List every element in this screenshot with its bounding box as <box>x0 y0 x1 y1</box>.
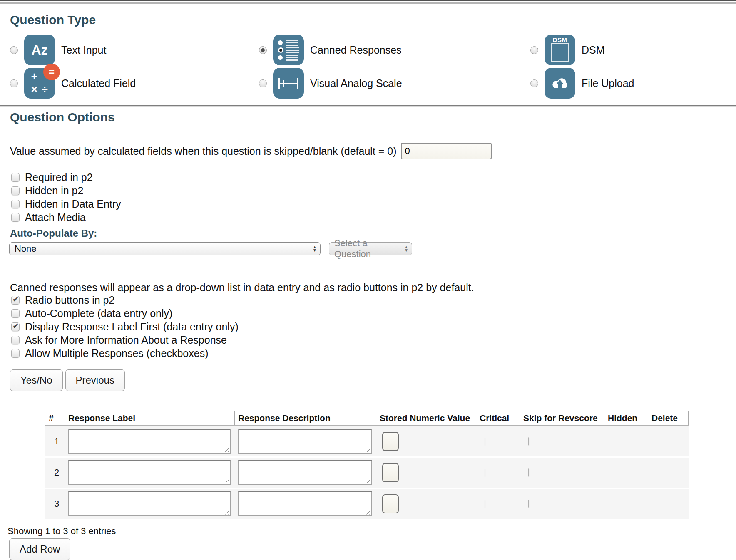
flag-attach-media: Attach Media <box>11 213 736 222</box>
file-upload-icon[interactable] <box>545 68 575 99</box>
radio-text-input[interactable] <box>10 46 18 54</box>
auto-complete-checkbox[interactable] <box>11 309 20 318</box>
cloud-upload-glyph <box>549 72 571 94</box>
table-row: 2 <box>45 457 689 488</box>
delete-cell <box>648 426 689 457</box>
table-entries-summary: Showing 1 to 3 of 3 entries <box>7 526 736 537</box>
table-row: 3 <box>45 488 689 519</box>
table-header-row: # Response Label Response Description St… <box>45 411 689 426</box>
radio-canned-responses[interactable] <box>259 46 267 54</box>
skip-value-input[interactable] <box>401 143 492 159</box>
question-flags-list: Required in p2 Hidden in p2 Hidden in Da… <box>10 173 736 222</box>
add-row-button[interactable]: Add Row <box>9 538 70 560</box>
top-border-light <box>0 2 736 4</box>
col-header-number: # <box>45 411 65 426</box>
delete-cell <box>648 457 689 488</box>
flag-required-in-p2: Required in p2 <box>11 173 736 182</box>
az-glyph: Az <box>31 42 47 58</box>
page-content: Question Type Az Text Input Canned Respo… <box>0 13 736 560</box>
section-divider <box>0 105 736 107</box>
flag-allow-multiple-responses: Allow Multiple Responses (checkboxes) <box>11 349 736 358</box>
scale-glyph <box>278 77 298 89</box>
required-in-p2-checkbox[interactable] <box>11 173 20 182</box>
calculator-icon[interactable]: + ×÷ = <box>24 68 55 99</box>
skip-for-revscore-checkbox-1[interactable] <box>528 437 529 445</box>
question-type-option-text-input: Az Text Input <box>10 35 259 65</box>
stored-numeric-value-input-1[interactable] <box>382 432 399 451</box>
critical-checkbox-3[interactable] <box>485 500 485 508</box>
col-header-hidden: Hidden <box>604 411 648 426</box>
ask-for-more-information-checkbox[interactable] <box>11 336 20 344</box>
flag-auto-complete: Auto-Complete (data entry only) <box>11 309 736 318</box>
skip-for-revscore-checkbox-3[interactable] <box>528 500 529 508</box>
question-type-option-calculated-field: + ×÷ = Calculated Field <box>10 68 259 99</box>
hidden-cell <box>604 488 648 519</box>
canned-responses-note: Canned responses will appear as a drop-d… <box>10 282 736 293</box>
flag-display-response-label-first: Display Response Label First (data entry… <box>11 322 736 331</box>
radio-visual-analog-scale[interactable] <box>259 79 267 87</box>
previous-button[interactable]: Previous <box>65 369 125 391</box>
visual-analog-scale-icon[interactable] <box>273 68 304 99</box>
auto-populate-row: None ▲▼ Select a Question ▲▼ <box>9 242 736 255</box>
skip-for-revscore-checkbox-2[interactable] <box>528 468 529 476</box>
canned-responses-glyph <box>278 38 299 62</box>
display-response-label-first-checkbox[interactable] <box>11 322 20 331</box>
question-type-option-dsm: DSM DSM <box>530 35 736 65</box>
row-number: 1 <box>45 426 65 457</box>
allow-multiple-responses-checkbox[interactable] <box>11 349 20 358</box>
auto-populate-method-select[interactable]: None ▲▼ <box>9 242 321 255</box>
question-type-heading: Question Type <box>10 13 736 27</box>
col-header-stored-numeric-value: Stored Numeric Value <box>376 411 476 426</box>
attach-media-checkbox[interactable] <box>11 213 20 222</box>
radio-calculated-field[interactable] <box>10 79 18 87</box>
auto-populate-label: Auto-Populate By: <box>10 228 736 239</box>
flag-hidden-in-data-entry: Hidden in Data Entry <box>11 199 736 208</box>
flag-hidden-in-p2: Hidden in p2 <box>11 186 736 195</box>
response-preset-buttons: Yes/No Previous <box>10 369 736 391</box>
equals-badge-icon: = <box>43 64 60 80</box>
select-arrows-icon: ▲▼ <box>313 245 317 252</box>
question-type-grid: Az Text Input Canned Responses DSM DSM <box>10 35 736 99</box>
col-header-skip-for-revscore: Skip for Revscore <box>520 411 604 426</box>
col-header-delete: Delete <box>648 411 689 426</box>
radio-file-upload[interactable] <box>530 79 538 87</box>
response-description-textarea-3[interactable] <box>238 491 372 516</box>
radio-buttons-in-p2-checkbox[interactable] <box>11 296 20 305</box>
question-type-option-file-upload: File Upload <box>530 68 736 99</box>
radio-dsm[interactable] <box>530 46 538 54</box>
response-label-textarea-3[interactable] <box>68 491 231 516</box>
text-input-icon[interactable]: Az <box>24 35 55 65</box>
critical-checkbox-2[interactable] <box>485 468 485 476</box>
response-label-textarea-1[interactable] <box>68 429 231 454</box>
visual-analog-scale-label: Visual Analog Scale <box>310 77 402 89</box>
stored-numeric-value-input-3[interactable] <box>382 494 399 513</box>
dsm-icon[interactable]: DSM <box>545 35 575 65</box>
flag-radio-buttons-in-p2: Radio buttons in p2 <box>11 295 736 305</box>
col-header-response-description: Response Description <box>235 411 376 426</box>
response-label-textarea-2[interactable] <box>68 460 231 485</box>
responses-table: # Response Label Response Description St… <box>45 411 689 520</box>
hidden-in-data-entry-checkbox[interactable] <box>11 200 20 208</box>
dsm-glyph: DSM <box>545 36 575 43</box>
hidden-in-p2-checkbox[interactable] <box>11 186 20 195</box>
file-upload-label: File Upload <box>582 77 634 89</box>
canned-responses-label: Canned Responses <box>310 44 402 56</box>
row-number: 3 <box>45 488 65 519</box>
canned-responses-icon[interactable] <box>273 35 304 65</box>
stored-numeric-value-input-2[interactable] <box>382 463 399 482</box>
hidden-cell <box>604 426 648 457</box>
response-description-textarea-2[interactable] <box>238 460 372 485</box>
table-row: 1 <box>45 426 689 457</box>
col-header-response-label: Response Label <box>65 411 235 426</box>
top-border-dark <box>0 0 736 1</box>
hidden-cell <box>604 457 648 488</box>
flag-ask-for-more-information: Ask for More Information About a Respons… <box>11 335 736 344</box>
dsm-label-text: DSM <box>582 44 605 56</box>
col-header-critical: Critical <box>476 411 520 426</box>
response-description-textarea-1[interactable] <box>238 429 372 454</box>
calculated-field-label: Calculated Field <box>61 77 136 89</box>
critical-checkbox-1[interactable] <box>485 437 485 445</box>
skip-value-row: Value assumed by calculated fields when … <box>10 143 736 159</box>
yes-no-button[interactable]: Yes/No <box>10 369 63 391</box>
auto-populate-question-select[interactable]: Select a Question ▲▼ <box>329 242 412 255</box>
